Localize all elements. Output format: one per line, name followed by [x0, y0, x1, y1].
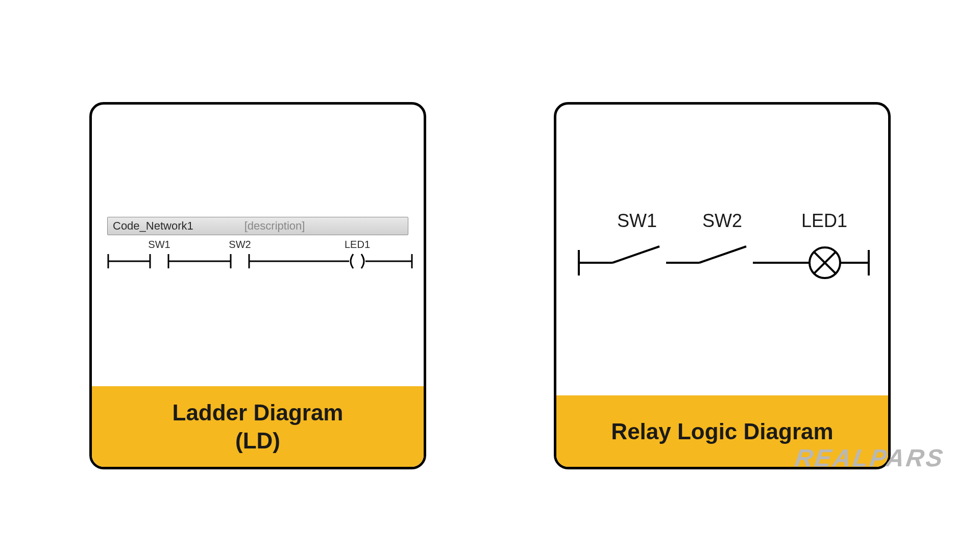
ladder-content: Code_Network1 [description] SW1 SW2 LED1 [92, 105, 424, 386]
network-description-placeholder: [description] [244, 219, 305, 233]
ld-sw2-label: SW2 [229, 240, 251, 250]
relay-title: Relay Logic Diagram [611, 417, 833, 445]
svg-line-12 [612, 246, 659, 263]
relay-content: SW1 SW2 LED1 [556, 105, 888, 395]
brand-logo: REALPARS [793, 444, 946, 472]
relay-led1-label: LED1 [801, 210, 847, 231]
ladder-title-line1: Ladder Diagram [173, 398, 344, 427]
relay-sw2-label: SW2 [702, 210, 742, 231]
ld-sw1-label: SW1 [148, 240, 170, 250]
ld-led1-label: LED1 [345, 240, 370, 250]
ladder-panel-footer: Ladder Diagram (LD) [92, 386, 424, 467]
relay-sw1-label: SW1 [617, 210, 657, 231]
relay-circuit-svg: SW1 SW2 LED1 [577, 207, 868, 295]
ladder-rung-svg: SW1 SW2 LED1 [107, 240, 408, 288]
ladder-title-line2: (LD) [235, 427, 280, 455]
network-header-bar: Code_Network1 [description] [107, 217, 408, 235]
network-name-label: Code_Network1 [113, 219, 193, 233]
ladder-diagram-panel: Code_Network1 [description] SW1 SW2 LED1 [89, 102, 426, 469]
relay-logic-panel: SW1 SW2 LED1 [554, 102, 891, 469]
svg-line-14 [699, 246, 746, 263]
